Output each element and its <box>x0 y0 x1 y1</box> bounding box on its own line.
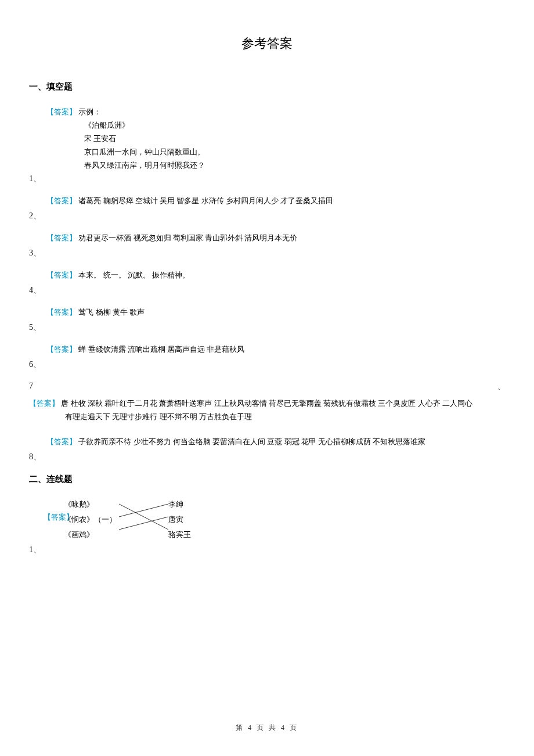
match-left: 《咏鹅》 <box>64 499 122 510</box>
item-dot: 、 <box>497 381 505 392</box>
item-number: 1、 <box>29 545 505 555</box>
section-2-heading: 二、连线题 <box>29 474 505 485</box>
answer-item-5: 【答案】 莺飞 杨柳 黄牛 歌声 5、 <box>29 307 505 333</box>
item-number: 3、 <box>29 248 505 258</box>
answer-item-6: 【答案】 蝉 垂緌饮清露 流响出疏桐 居高声自远 非是藉秋风 6、 <box>29 344 505 370</box>
answer-text: 蝉 垂緌饮清露 流响出疏桐 居高声自远 非是藉秋风 <box>78 345 244 354</box>
answer-text: 本来。 统一。 沉默。 振作精神。 <box>78 271 190 279</box>
page-title: 参考答案 <box>29 35 505 52</box>
match-left: 《画鸡》 <box>64 530 122 540</box>
match-right: 李绅 <box>168 499 197 510</box>
answer-text: 子欲养而亲不待 少壮不努力 何当金络脑 要留清白在人间 豆蔻 弱冠 花甲 无心插… <box>78 437 425 446</box>
answer-text: 莺飞 杨柳 黄牛 歌声 <box>78 308 145 316</box>
match-left: 《悯农》（一） <box>64 514 122 525</box>
answer-item-3: 【答案】 劝君更尽一杯酒 视死忽如归 苟利国家 青山郭外斜 清风明月本无价 3、 <box>29 233 505 258</box>
page-content: 参考答案 一、填空题 【答案】 示例： 《泊船瓜洲》 宋 王安石 京口瓜洲一水间… <box>0 0 534 555</box>
answer-item-8: 【答案】 子欲养而亲不待 少壮不努力 何当金络脑 要留清白在人间 豆蔻 弱冠 花… <box>29 437 505 462</box>
page-footer: 第 4 页 共 4 页 <box>0 723 534 733</box>
answer-label: 【答案】 <box>46 107 77 116</box>
answer-item-1: 【答案】 示例： 《泊船瓜洲》 宋 王安石 京口瓜洲一水间，钟山只隔数重山。 春… <box>29 107 505 184</box>
item-number: 5、 <box>29 322 505 333</box>
item-number: 8、 <box>29 452 505 462</box>
item-number: 1、 <box>29 174 505 184</box>
match-right: 唐寅 <box>168 514 197 525</box>
item-number: 2、 <box>29 211 505 221</box>
item-number: 7 <box>29 381 33 390</box>
answer-label: 【答案】 <box>46 308 77 316</box>
answer-item-4: 【答案】 本来。 统一。 沉默。 振作精神。 4、 <box>29 270 505 296</box>
item-number: 4、 <box>29 285 505 296</box>
item-number: 6、 <box>29 359 505 370</box>
answer-text: 宋 王安石 <box>46 134 505 144</box>
answer-item-2: 【答案】 诸葛亮 鞠躬尽瘁 空城计 吴用 智多星 水浒传 乡村四月闲人少 才了蚕… <box>29 196 505 221</box>
answer-text: 唐 杜牧 深秋 霜叶红于二月花 萧萧梧叶送寒声 江上秋风动客情 荷尽已无擎雨盖 … <box>61 399 472 408</box>
match-right: 骆宾王 <box>168 530 197 540</box>
answer-label: 【答案】 <box>46 196 77 205</box>
answer-text: 京口瓜洲一水间，钟山只隔数重山。 <box>46 147 505 157</box>
section-1-heading: 一、填空题 <box>29 81 505 92</box>
answer-text: 有理走遍天下 无理寸步难行 理不辩不明 万古胜负在于理 <box>29 410 505 423</box>
answer-label: 【答案】 <box>46 233 77 242</box>
matching-item-1: 【答案】 《咏鹅》 李绅 《悯农》（一） 唐寅 《画鸡》 骆宾王 1、 <box>29 499 505 555</box>
answer-text: 诸葛亮 鞠躬尽瘁 空城计 吴用 智多星 水浒传 乡村四月闲人少 才了蚕桑又插田 <box>78 196 333 205</box>
answer-label: 【答案】 <box>46 437 77 446</box>
answer-text: 春风又绿江南岸，明月何时照我还？ <box>46 160 505 171</box>
answer-text: 示例： <box>78 107 101 116</box>
answer-label: 【答案】 <box>29 399 59 408</box>
answer-text: 《泊船瓜洲》 <box>46 120 505 131</box>
answer-label: 【答案】 <box>46 271 77 279</box>
answer-label: 【答案】 <box>46 345 77 354</box>
answer-text: 劝君更尽一杯酒 视死忽如归 苟利国家 青山郭外斜 清风明月本无价 <box>78 233 297 242</box>
answer-item-7: 7 、 【答案】 唐 杜牧 深秋 霜叶红于二月花 萧萧梧叶送寒声 江上秋风动客情… <box>29 381 505 424</box>
